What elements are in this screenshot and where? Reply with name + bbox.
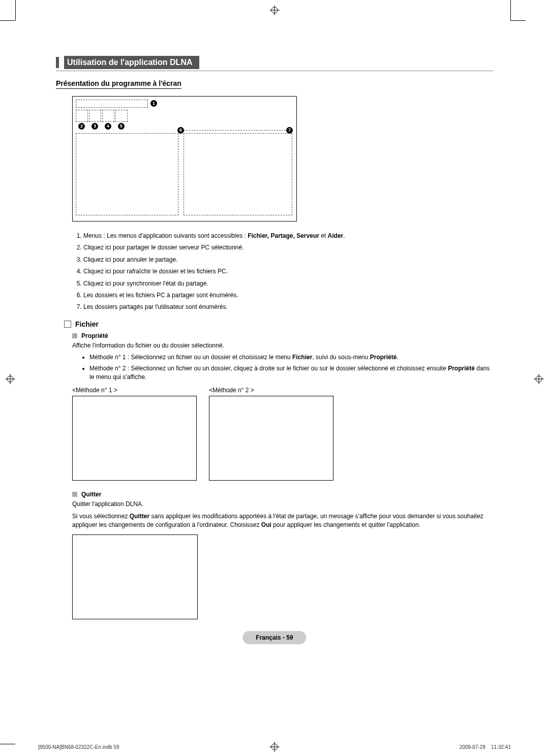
callout-list: Menus : Les menus d'application suivants… bbox=[72, 232, 493, 312]
method-list: Méthode n° 1 : Sélectionnez un fichier o… bbox=[81, 353, 493, 382]
page-content: Utilisation de l'application DLNA Présen… bbox=[56, 56, 493, 619]
list-item: Cliquez ici pour rafraîchir le dossier e… bbox=[83, 267, 493, 276]
crop-mark bbox=[15, 0, 16, 20]
section-title: Utilisation de l'application DLNA bbox=[64, 56, 199, 69]
print-footer: [8500-NA]BN68-02322C-En.indb 59 2009-07-… bbox=[38, 744, 511, 750]
registration-mark-icon bbox=[534, 374, 544, 384]
print-footer-right: 2009-07-28 11:32:41 bbox=[460, 744, 511, 750]
quitter-heading: Quitter bbox=[72, 491, 493, 498]
filled-square-icon bbox=[72, 333, 77, 338]
print-footer-left: [8500-NA]BN68-02322C-En.indb 59 bbox=[38, 744, 119, 750]
registration-mark-icon bbox=[269, 5, 280, 15]
callout-5: 5 bbox=[118, 123, 125, 130]
program-layout-diagram: 1 2 3 4 5 6 7 bbox=[72, 96, 297, 222]
screenshot-placeholder bbox=[209, 396, 333, 481]
crop-mark bbox=[0, 20, 15, 21]
list-item: Cliquez ici pour partager le dossier ser… bbox=[83, 243, 493, 252]
list-item: Les dossiers et les fichiers PC à partag… bbox=[83, 291, 493, 300]
screenshot-placeholder bbox=[72, 534, 198, 619]
fichier-heading: Fichier bbox=[64, 320, 493, 328]
page-footer-pill: Français - 59 bbox=[242, 631, 306, 644]
callout-1: 1 bbox=[150, 100, 157, 107]
screenshot-placeholder bbox=[72, 396, 197, 481]
hollow-square-icon bbox=[64, 321, 71, 328]
list-item: Cliquez ici pour synchroniser l'état du … bbox=[83, 279, 493, 288]
callout-3: 3 bbox=[92, 123, 98, 130]
quitter-line2: Si vous sélectionnez Quitter sans appliq… bbox=[72, 512, 493, 530]
crop-mark bbox=[510, 0, 511, 20]
method-screenshots-row: <Méthode n° 1 > <Méthode n° 2 > bbox=[72, 387, 493, 481]
quitter-line1: Quitter l'application DLNA. bbox=[72, 500, 493, 509]
propriete-intro: Affiche l'information du fichier ou du d… bbox=[72, 341, 493, 350]
list-item: Méthode n° 1 : Sélectionnez un fichier o… bbox=[89, 353, 493, 362]
crop-mark bbox=[0, 744, 15, 744]
callout-4: 4 bbox=[105, 123, 111, 130]
list-item: Les dossiers partagés par l'utilisateur … bbox=[83, 303, 493, 311]
propriete-heading: Propriété bbox=[72, 332, 493, 339]
list-item: Méthode n° 2 : Sélectionnez un fichier o… bbox=[89, 364, 493, 382]
callout-7: 7 bbox=[286, 127, 293, 134]
method-1-column: <Méthode n° 1 > bbox=[72, 387, 197, 481]
method-1-label: <Méthode n° 1 > bbox=[72, 387, 197, 394]
accent-bar bbox=[56, 57, 59, 68]
crop-mark bbox=[510, 20, 526, 21]
registration-mark-icon bbox=[5, 374, 15, 384]
filled-square-icon bbox=[72, 492, 77, 497]
list-item: Menus : Les menus d'application suivants… bbox=[83, 232, 493, 240]
sub-heading: Présentation du programme à l'écran bbox=[56, 79, 181, 89]
method-2-label: <Méthode n° 2 > bbox=[209, 387, 333, 394]
method-2-column: <Méthode n° 2 > bbox=[209, 387, 333, 481]
callout-2: 2 bbox=[78, 123, 85, 130]
section-title-bar: Utilisation de l'application DLNA bbox=[56, 56, 493, 71]
list-item: Cliquez ici pour annuler le partage. bbox=[83, 256, 493, 264]
